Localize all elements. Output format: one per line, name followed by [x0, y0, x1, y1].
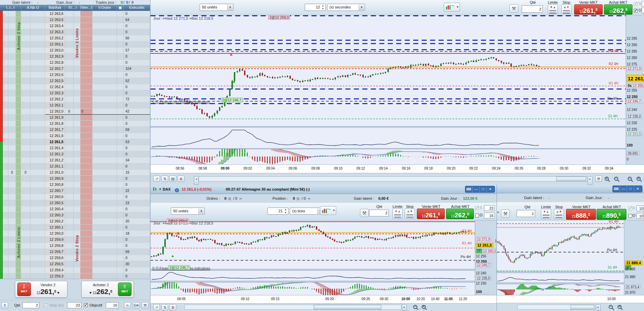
dom-row[interactable]: 12 262,10 — [0, 102, 150, 109]
position-flat-icon[interactable]: ▣ — [296, 194, 300, 203]
dom-header-3[interactable]: IV....I — [65, 5, 80, 11]
close-button[interactable]: ✕ — [634, 186, 641, 192]
stop-auto-checkbox[interactable] — [628, 207, 632, 210]
bottom-chart-plot[interactable] — [150, 220, 475, 295]
right-title-bar[interactable]: ⌨ — □ ✕ — [497, 185, 644, 193]
chevron-down-icon[interactable]: ▼ — [333, 209, 335, 212]
dom-row[interactable]: 0012 261,015 — [0, 170, 150, 176]
keyboard-icon[interactable]: ⌨ — [613, 186, 620, 192]
order-arrows-icon[interactable]: ⇅ — [161, 304, 168, 310]
trade-settings-button[interactable]: ⚒ — [501, 210, 510, 218]
dom-row[interactable]: 12 262,40 — [0, 84, 150, 90]
stop-checkbox[interactable] — [44, 303, 48, 307]
order-arrows-icon[interactable]: ⇅ — [161, 176, 168, 182]
dom-grid-icon[interactable]: ≣ — [178, 176, 184, 182]
qty-input[interactable] — [517, 210, 535, 217]
right-chart-price-axis[interactable]: 21 889,43T21 88521 88021 873,421 87021 8… — [624, 220, 644, 295]
dom-row[interactable]: 12 261,234 — [0, 157, 150, 163]
zoom-in-icon[interactable]: + — [422, 305, 426, 309]
export-icon[interactable]: ↗ — [153, 176, 160, 182]
chevron-down-icon[interactable]: ▼ — [227, 4, 233, 10]
dom-header-2[interactable]: Bid/Ask — [45, 5, 65, 11]
chart-scrollbar[interactable] — [517, 305, 595, 310]
s-value-input[interactable] — [484, 205, 495, 211]
chevron-down-icon[interactable]: ▼ — [456, 5, 459, 8]
sell-market-button[interactable]: 12261,0 — [574, 4, 603, 15]
top-chart-canvas[interactable] — [150, 15, 626, 164]
panel-collapse-arrow[interactable]: ▸ — [498, 210, 499, 214]
dom-row[interactable]: 12 261,60 — [0, 133, 150, 139]
spinner-arrows-icon[interactable]: ▲▼ — [321, 4, 325, 10]
period-value-spinner[interactable]: 12▲▼ — [305, 4, 326, 11]
dom-row[interactable]: 12 260,90 — [0, 176, 150, 182]
scrollbar-thumb[interactable] — [314, 305, 381, 309]
scroll-right-arrow[interactable]: ▸ — [596, 305, 601, 311]
objectif-input[interactable] — [106, 302, 119, 308]
spinner-arrows-icon[interactable]: ▲▼ — [283, 208, 288, 214]
stop-order-button[interactable]: ▲▼▬▬▬▬ — [405, 209, 415, 219]
zoom-in-icon[interactable]: + — [618, 305, 622, 309]
right-chart-time-axis[interactable]: 10:00 — [497, 295, 644, 303]
trade-settings-button[interactable]: ⚒ — [360, 209, 369, 217]
chart-tools-icon[interactable]: ⚒ — [595, 176, 602, 182]
zoom-out-icon[interactable]: − — [609, 305, 613, 309]
chart-scrollbar[interactable] — [184, 305, 401, 310]
chevron-down-icon[interactable]: ▼ — [359, 4, 364, 10]
export-icon[interactable]: ↗ — [153, 304, 160, 310]
minimize-button[interactable]: — — [620, 186, 627, 192]
position-link-icon[interactable]: ∞ — [308, 194, 310, 203]
dom-row[interactable]: 12 261,553 — [0, 139, 150, 145]
dom-row[interactable]: 12 261,90 — [0, 115, 150, 121]
buy-market-button[interactable]: Acheter 2 ▾ 12262,0 ⇧ MKT — [81, 281, 134, 298]
dom-row[interactable]: 12 262,00042 — [0, 109, 150, 115]
o-value-input[interactable] — [642, 8, 644, 13]
maximize-button[interactable]: □ — [480, 186, 487, 192]
period-value-spinner[interactable]: 21▲▼ — [267, 208, 288, 215]
chevron-down-icon[interactable]: ▼ — [159, 185, 162, 194]
dom-header-1[interactable]: A.Nb O — [21, 5, 45, 11]
notes-icon[interactable]: ▤ — [169, 176, 176, 182]
o-value-input[interactable] — [484, 213, 495, 218]
center-ladder-icon[interactable]: ⇕ — [1, 302, 8, 308]
dom-row[interactable]: 12 262,272 — [0, 96, 150, 102]
objectif-checkbox[interactable] — [84, 303, 88, 307]
dom-row[interactable]: 12 260,722 — [0, 188, 150, 194]
dom-row[interactable]: 12 261,769 — [0, 127, 150, 133]
limite-order-button[interactable]: ▼▲▬▬▬▬ — [548, 4, 558, 14]
dom-grid-icon[interactable]: ≣ — [169, 304, 176, 310]
sell-market-button[interactable]: ⇩ MKT Vendre 2 12261,0 ▾ — [15, 281, 67, 298]
bottom-chart-time-axis[interactable]: 09:0509:1009:1509:2009:2509:3010:0010:20… — [150, 295, 497, 303]
dom-header-7[interactable]: Exécutés — [124, 5, 150, 11]
sell-market-button[interactable]: 12261,0 — [417, 209, 445, 219]
tools-icon[interactable]: ⚒ — [142, 302, 148, 308]
dom-row[interactable]: 12 261,40 — [0, 145, 150, 151]
chart-type-button[interactable]: ▼ — [320, 206, 336, 215]
buy-market-button[interactable]: 21890,5 — [597, 209, 626, 220]
strategy-chart-icon[interactable]: ∿ — [124, 302, 131, 308]
close-button[interactable]: ✕ — [487, 186, 494, 192]
stop-auto-checkbox[interactable] — [634, 2, 638, 6]
dom-row[interactable]: 12 261,30 — [0, 151, 150, 157]
dom-column-headers[interactable]: I..I...IA.Nb OBid/AskIV....IIVen...IV.Or… — [0, 5, 150, 11]
chart-scrollbar[interactable] — [199, 176, 587, 181]
trade-settings-button[interactable]: ⚒ — [509, 4, 518, 13]
dom-row[interactable]: 12 262,552 — [0, 78, 150, 84]
qty-input[interactable] — [522, 5, 543, 13]
link-orders-icon[interactable]: G▾ — [133, 302, 140, 308]
stop-auto-checkbox[interactable] — [475, 206, 479, 210]
objectif-auto-checkbox[interactable] — [475, 214, 479, 217]
right-chart-plot[interactable] — [497, 220, 624, 295]
dom-row[interactable]: 12 260,40 — [0, 206, 150, 212]
sell-price-down-arrow[interactable]: ▾ — [56, 290, 59, 295]
stop-order-button[interactable]: ▲▼▬▬▬▬ — [554, 209, 564, 219]
qty-input[interactable] — [22, 302, 39, 308]
dom-row[interactable]: 12 263,60 — [0, 11, 150, 17]
dom-row[interactable]: 12 260,60 — [0, 194, 150, 200]
bottom-chart-canvas[interactable] — [150, 220, 475, 295]
scrollbar-thumb[interactable] — [570, 305, 594, 309]
chart-type-button[interactable]: ▼ — [444, 3, 460, 12]
limite-order-button[interactable]: ▼▲▬▬▬▬ — [541, 209, 551, 219]
period-unit-select[interactable]: (x) ticks▼ — [290, 208, 324, 215]
dom-row[interactable]: 12 262,60 — [0, 72, 150, 78]
right-chart-canvas[interactable] — [497, 220, 624, 295]
